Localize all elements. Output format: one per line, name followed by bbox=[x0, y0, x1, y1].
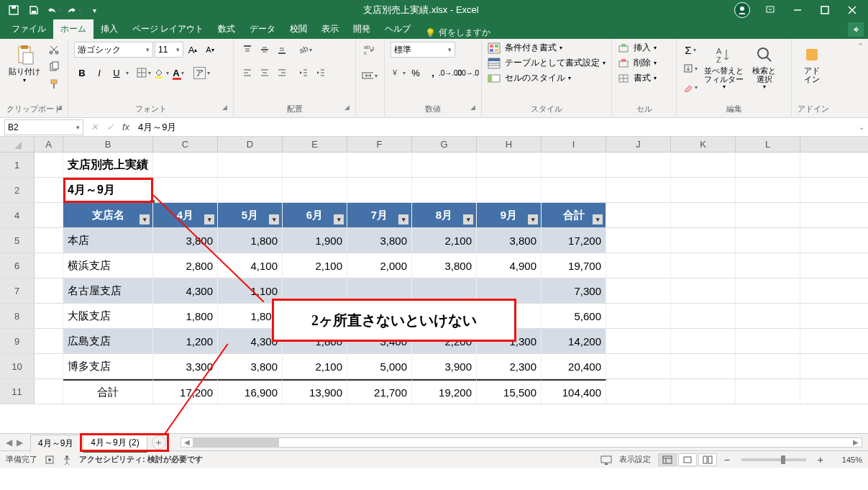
cell-I7[interactable]: 7,300 bbox=[542, 278, 606, 303]
tab-developer[interactable]: 開発 bbox=[346, 19, 378, 39]
cell-F5[interactable]: 3,800 bbox=[347, 228, 412, 253]
autosum-button[interactable]: Σ bbox=[682, 42, 698, 58]
filter-arrow[interactable]: ▾ bbox=[334, 214, 344, 224]
sheet-tab-1[interactable]: 4月～9月 bbox=[30, 435, 81, 452]
insert-cells-button[interactable]: 挿入▾ bbox=[618, 42, 657, 54]
find-select-button[interactable]: 検索と 選択▾ bbox=[749, 42, 779, 91]
orientation-button[interactable]: ab bbox=[297, 42, 313, 58]
th-may[interactable]: 5月▾ bbox=[218, 203, 283, 227]
cell-I5[interactable]: 17,200 bbox=[542, 228, 606, 253]
th-jul[interactable]: 7月▾ bbox=[347, 203, 412, 227]
filter-arrow[interactable]: ▾ bbox=[593, 214, 603, 224]
normal-view-button[interactable] bbox=[658, 453, 677, 466]
page-break-view-button[interactable] bbox=[698, 453, 717, 466]
col-header-C[interactable]: C bbox=[153, 137, 218, 152]
delete-cells-button[interactable]: 削除▾ bbox=[618, 57, 657, 69]
sheet-tab-2[interactable]: 4月～9月 (2) bbox=[83, 434, 147, 453]
tab-formulas[interactable]: 数式 bbox=[211, 19, 242, 39]
filter-arrow[interactable]: ▾ bbox=[204, 214, 214, 224]
align-bottom-button[interactable] bbox=[274, 42, 290, 58]
fill-color-button[interactable] bbox=[153, 65, 169, 81]
format-cells-button[interactable]: 書式▾ bbox=[618, 72, 657, 84]
cell-C8[interactable]: 1,800 bbox=[153, 304, 218, 328]
cell-I8[interactable]: 5,600 bbox=[542, 304, 606, 328]
display-settings-label[interactable]: 表示設定 bbox=[619, 454, 651, 465]
cell-I9[interactable]: 14,200 bbox=[542, 329, 606, 353]
col-header-I[interactable]: I bbox=[542, 137, 606, 152]
decrease-decimal-button[interactable]: .00→.0 bbox=[460, 65, 475, 81]
minimize-button[interactable] bbox=[785, 1, 810, 19]
cell-F6[interactable]: 2,000 bbox=[347, 253, 412, 278]
th-jun[interactable]: 6月▾ bbox=[283, 203, 347, 227]
maximize-button[interactable] bbox=[812, 1, 838, 19]
fx-button[interactable]: fx bbox=[118, 119, 134, 135]
row-header-2[interactable]: 2 bbox=[0, 178, 35, 202]
zoom-slider[interactable] bbox=[741, 458, 806, 461]
cell-H6[interactable]: 4,900 bbox=[477, 253, 542, 278]
tab-next-icon[interactable]: ▶ bbox=[15, 437, 24, 448]
cell-C6[interactable]: 2,800 bbox=[153, 253, 218, 278]
zoom-out-button[interactable]: − bbox=[724, 454, 730, 466]
formula-input[interactable] bbox=[134, 119, 855, 135]
horizontal-scrollbar[interactable]: ◀▶ bbox=[181, 437, 862, 448]
hscroll-thumb[interactable] bbox=[193, 438, 279, 447]
zoom-in-button[interactable]: + bbox=[818, 454, 823, 466]
filter-arrow[interactable]: ▾ bbox=[140, 214, 150, 224]
undo-button[interactable] bbox=[46, 2, 62, 18]
cell-F10[interactable]: 5,000 bbox=[347, 354, 412, 378]
cell-C5[interactable]: 3,800 bbox=[153, 228, 218, 253]
cell-G10[interactable]: 3,900 bbox=[412, 354, 477, 378]
col-header-H[interactable]: H bbox=[477, 137, 542, 152]
tab-nav-arrows[interactable]: ◀▶ bbox=[0, 437, 29, 448]
redo-button[interactable] bbox=[66, 2, 82, 18]
phonetic-button[interactable]: ア bbox=[193, 65, 209, 81]
number-format-combo[interactable]: 標準▾ bbox=[390, 42, 455, 58]
col-header-L[interactable]: L bbox=[736, 137, 800, 152]
align-middle-button[interactable] bbox=[257, 42, 273, 58]
zoom-percent[interactable]: 145% bbox=[831, 455, 862, 464]
cell-B7[interactable]: 名古屋支店 bbox=[63, 278, 153, 303]
cell-E5[interactable]: 1,900 bbox=[283, 228, 347, 253]
border-button[interactable] bbox=[136, 65, 152, 81]
th-total[interactable]: 合計▾ bbox=[542, 203, 606, 227]
format-as-table-button[interactable]: テーブルとして書式設定▾ bbox=[488, 57, 606, 69]
cell-B2[interactable]: 4月～9月 bbox=[63, 178, 153, 202]
add-sheet-button[interactable]: ＋ bbox=[152, 435, 166, 450]
cell-B9[interactable]: 広島支店 bbox=[63, 329, 153, 353]
font-launcher[interactable]: ◢ bbox=[222, 104, 227, 111]
filter-arrow[interactable]: ▾ bbox=[269, 214, 279, 224]
cell-D5[interactable]: 1,800 bbox=[218, 228, 283, 253]
increase-indent-button[interactable] bbox=[313, 65, 329, 81]
tab-home[interactable]: ホーム bbox=[53, 19, 93, 39]
tab-file[interactable]: ファイル bbox=[4, 19, 53, 39]
cell-G5[interactable]: 2,100 bbox=[412, 228, 477, 253]
tellme-search[interactable]: 💡 何をしますか bbox=[425, 27, 490, 39]
fill-button[interactable] bbox=[682, 60, 698, 76]
share-button[interactable] bbox=[848, 22, 864, 37]
merge-center-button[interactable] bbox=[362, 68, 378, 83]
align-top-button[interactable] bbox=[239, 42, 255, 58]
tab-data[interactable]: データ bbox=[242, 19, 283, 39]
filter-arrow[interactable]: ▾ bbox=[528, 214, 538, 224]
paste-button[interactable]: 貼り付け▾ bbox=[6, 42, 43, 85]
tab-prev-icon[interactable]: ◀ bbox=[4, 437, 14, 448]
th-apr[interactable]: 4月▾ bbox=[153, 203, 218, 227]
qat-customize-icon[interactable]: ▾ bbox=[86, 2, 102, 18]
format-painter-button[interactable] bbox=[46, 76, 62, 92]
name-box[interactable]: B2▾ bbox=[4, 119, 83, 135]
th-name[interactable]: 支店名▾ bbox=[63, 203, 153, 227]
ribbon-options-icon[interactable] bbox=[757, 1, 783, 19]
account-avatar[interactable] bbox=[734, 2, 750, 18]
th-aug[interactable]: 8月▾ bbox=[412, 203, 477, 227]
cell-H5[interactable]: 3,800 bbox=[477, 228, 542, 253]
cell-styles-button[interactable]: セルのスタイル▾ bbox=[488, 72, 571, 84]
row-header-8[interactable]: 8 bbox=[0, 304, 35, 328]
cut-button[interactable] bbox=[46, 42, 62, 58]
autosave-icon[interactable] bbox=[6, 2, 22, 18]
cell-C9[interactable]: 1,200 bbox=[153, 329, 218, 353]
row-header-4[interactable]: 4 bbox=[0, 203, 35, 227]
row-header-5[interactable]: 5 bbox=[0, 228, 35, 253]
addin-button[interactable]: アド イン bbox=[798, 42, 826, 85]
cell-B6[interactable]: 横浜支店 bbox=[63, 253, 153, 278]
select-all-corner[interactable] bbox=[0, 137, 35, 152]
